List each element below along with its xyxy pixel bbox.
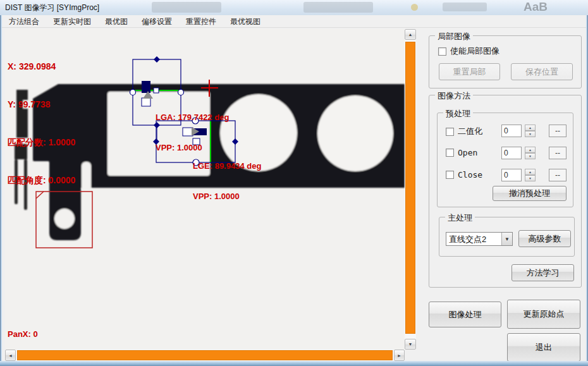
- titlebar-artifact: [303, 2, 373, 13]
- enable-local-image-label[interactable]: 使能局部图像: [450, 46, 499, 57]
- scroll-left-icon: ◄: [8, 353, 13, 358]
- image-method-group-title: 图像方法: [435, 90, 473, 102]
- local-image-group-title: 局部图像: [435, 31, 473, 42]
- spinner-up-icon[interactable]: ▲: [525, 169, 536, 175]
- close-range-box: --: [549, 169, 567, 181]
- spinner-down-icon[interactable]: ▼: [525, 175, 536, 181]
- menu-item-offset-settings[interactable]: 偏移设置: [135, 15, 179, 28]
- main-process-group-title: 主处理: [445, 212, 475, 224]
- open-label[interactable]: Open: [458, 148, 477, 157]
- vertical-scroll-thumb[interactable]: [405, 42, 415, 334]
- edge-slot: [82, 162, 91, 191]
- close-label[interactable]: Close: [458, 170, 482, 180]
- titlebar-artifact: [152, 2, 221, 13]
- binarize-value-field[interactable]: 0: [501, 125, 522, 137]
- lge-annotation: LGE: 89.9434 deg VPP: 1.0000: [193, 141, 261, 222]
- binarize-label[interactable]: 二值化: [458, 126, 482, 137]
- save-position-button[interactable]: 保存位置: [511, 63, 573, 80]
- close-row: Close: [446, 170, 482, 180]
- lge-vpp: VPP: 1.0000: [193, 192, 261, 202]
- reset-local-button[interactable]: 重置局部: [439, 63, 500, 80]
- scroll-left-button[interactable]: ◄: [5, 350, 16, 361]
- image-method-group: 图像方法 预处理 二值化 0 ▲ ▼ -- Open: [429, 95, 582, 288]
- canvas-area: X: 329.0984 Y: 99.7738 匹配分数: 1.0000 匹配角度…: [5, 29, 416, 361]
- spinner-down-icon[interactable]: ▼: [525, 131, 536, 137]
- titlebar-artifact-text: AaB: [524, 0, 548, 14]
- titlebar-artifact: [443, 3, 487, 11]
- menu-item-best-view[interactable]: 最优视图: [223, 15, 267, 28]
- menu-item-update-live[interactable]: 更新实时图: [46, 15, 98, 28]
- close-value-field[interactable]: 0: [501, 169, 522, 181]
- menu-item-method-combo[interactable]: 方法组合: [2, 15, 46, 28]
- scroll-down-button[interactable]: ▼: [405, 339, 416, 350]
- open-row: Open: [446, 148, 477, 157]
- method-learn-button[interactable]: 方法学习: [511, 264, 574, 281]
- window-title: DIST 图像学习 [SYImgProc]: [5, 3, 99, 13]
- round-hole-2: [317, 95, 393, 171]
- open-checkbox[interactable]: [446, 149, 454, 157]
- chevron-down-icon[interactable]: ▼: [501, 233, 512, 245]
- image-viewport[interactable]: X: 329.0984 Y: 99.7738 匹配分数: 1.0000 匹配角度…: [5, 29, 405, 350]
- titlebar[interactable]: AaB DIST 图像学习 [SYImgProc]: [0, 0, 588, 15]
- menu-item-best-image[interactable]: 最优图: [98, 15, 135, 28]
- open-value-field[interactable]: 0: [501, 147, 522, 159]
- main-process-group: 主处理 直线交点2 ▼ 高级参数: [439, 217, 575, 257]
- binarize-range-box: --: [549, 125, 567, 137]
- scroll-up-button[interactable]: ▲: [405, 29, 416, 40]
- open-range-box: --: [549, 147, 567, 159]
- readout-angle: 匹配角度: 0.0000: [8, 174, 75, 186]
- lga-angle: LGA: 179.7422 deg: [156, 113, 229, 123]
- titlebar-artifact-dot: [411, 4, 418, 11]
- advanced-params-button[interactable]: 高级参数: [518, 230, 571, 247]
- window-bottom-border: [0, 361, 588, 366]
- enable-local-image-checkbox[interactable]: [438, 47, 446, 56]
- binarize-spinner[interactable]: ▲ ▼: [525, 125, 536, 137]
- readout-x: X: 329.0984: [8, 60, 75, 73]
- scroll-down-icon: ▼: [408, 342, 413, 346]
- method-select-value: 直线交点2: [446, 233, 501, 245]
- app-window: AaB DIST 图像学习 [SYImgProc] 方法组合 更新实时图 最优图…: [0, 0, 588, 366]
- spinner-down-icon[interactable]: ▼: [525, 153, 536, 159]
- menubar: 方法组合 更新实时图 最优图 偏移设置 重置控件 最优视图: [2, 15, 586, 28]
- preprocess-group: 预处理 二值化 0 ▲ ▼ -- Open 0: [437, 113, 573, 207]
- binarize-row: 二值化: [446, 126, 482, 137]
- update-origin-button[interactable]: 更新原始点: [507, 300, 580, 329]
- vertical-scrollbar[interactable]: ▲ ▼: [405, 29, 416, 350]
- scrollbar-corner: [405, 350, 416, 361]
- scroll-right-icon: ►: [397, 353, 401, 358]
- readout-score: 匹配分数: 1.0000: [8, 136, 75, 149]
- scroll-right-button[interactable]: ►: [394, 350, 405, 361]
- preprocess-group-title: 预处理: [443, 108, 473, 119]
- scroll-up-icon: ▲: [408, 32, 413, 37]
- close-checkbox[interactable]: [446, 171, 454, 179]
- pan-readout: PanX: 0 PanY: 0: [8, 309, 38, 350]
- exit-button[interactable]: 退出: [507, 333, 580, 362]
- open-spinner[interactable]: ▲ ▼: [525, 147, 536, 159]
- enable-local-image-row: 使能局部图像: [438, 46, 499, 57]
- spinner-up-icon[interactable]: ▲: [525, 147, 536, 153]
- spinner-up-icon[interactable]: ▲: [525, 125, 536, 131]
- menu-item-reset-controls[interactable]: 重置控件: [179, 15, 223, 28]
- match-readout: X: 329.0984 Y: 99.7738 匹配分数: 1.0000 匹配角度…: [8, 35, 75, 212]
- image-process-button[interactable]: 图像处理: [429, 302, 501, 327]
- horizontal-scrollbar[interactable]: ◄ ►: [5, 350, 405, 361]
- client-area: X: 329.0984 Y: 99.7738 匹配分数: 1.0000 匹配角度…: [2, 28, 586, 361]
- undo-preprocess-button[interactable]: 撤消预处理: [493, 186, 567, 201]
- lge-angle: LGE: 89.9434 deg: [193, 161, 261, 171]
- horizontal-scroll-thumb[interactable]: [17, 350, 393, 360]
- method-select[interactable]: 直线交点2 ▼: [446, 232, 513, 246]
- close-spinner[interactable]: ▲ ▼: [525, 169, 536, 181]
- local-image-group: 局部图像 使能局部图像 重置局部 保存位置: [429, 35, 582, 88]
- binarize-checkbox[interactable]: [446, 128, 454, 136]
- readout-y: Y: 99.7738: [8, 98, 75, 111]
- pan-x: PanX: 0: [8, 329, 38, 339]
